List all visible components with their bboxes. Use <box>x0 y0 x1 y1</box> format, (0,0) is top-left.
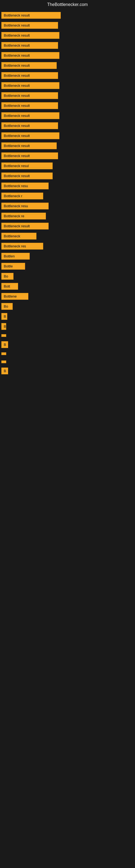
list-item: Bottleneck result <box>1 32 134 39</box>
bottleneck-result-label: Bottleneck result <box>1 82 59 89</box>
list-item <box>1 333 134 338</box>
list-item: B <box>1 313 134 320</box>
list-item: Bottleneck result <box>1 82 134 89</box>
bottleneck-result-label: Bo <box>1 303 13 310</box>
bottleneck-result-label: Bottlene <box>1 293 28 300</box>
list-item: Bottleneck result <box>1 42 134 49</box>
list-item: B <box>1 368 134 374</box>
bottleneck-result-label: Bottleneck result <box>1 62 57 69</box>
list-item: Bottlen <box>1 253 134 259</box>
bottleneck-result-label: Bottle <box>1 263 25 270</box>
bottleneck-result-label: Bottleneck r <box>1 193 43 199</box>
bottleneck-result-label: Bottleneck result <box>1 42 58 49</box>
bottleneck-result-label: Bottleneck result <box>1 223 49 229</box>
list-item: Bottleneck resul <box>1 162 134 169</box>
bottleneck-result-label: Bott <box>1 283 18 290</box>
bottleneck-result-label: Bottlen <box>1 253 30 259</box>
bottleneck-result-label: Bottleneck resu <box>1 203 49 209</box>
bottleneck-result-label: Bottleneck resul <box>1 162 53 169</box>
bottleneck-result-label: Bottleneck result <box>1 12 61 19</box>
list-item: Bottleneck res <box>1 243 134 250</box>
bottleneck-result-label: B <box>1 341 8 348</box>
bottleneck-result-label <box>1 361 6 363</box>
bottleneck-result-label: Bottleneck re <box>1 213 46 219</box>
bottleneck-result-label: Bottleneck result <box>1 92 58 99</box>
bottleneck-result-label: B <box>1 368 8 374</box>
list-item: Bo <box>1 273 134 280</box>
bottleneck-result-label: B <box>1 323 6 330</box>
list-item: B <box>1 341 134 348</box>
bottleneck-result-label: Bottleneck result <box>1 112 59 119</box>
bottleneck-result-label: Bottleneck <box>1 233 37 240</box>
list-item: Bottleneck result <box>1 112 134 119</box>
list-item: Bottleneck resu <box>1 203 134 209</box>
list-item: Bottleneck result <box>1 122 134 129</box>
list-item: Bottleneck result <box>1 62 134 69</box>
list-item: Bottleneck result <box>1 22 134 29</box>
list-item <box>1 351 134 356</box>
list-item: Bo <box>1 303 134 310</box>
list-item: B <box>1 323 134 330</box>
bottleneck-result-label <box>1 334 6 337</box>
list-item <box>1 360 134 364</box>
list-item: Bottleneck result <box>1 143 134 149</box>
bottleneck-result-label: Bottleneck resu <box>1 183 49 189</box>
list-item: Bottleneck result <box>1 223 134 229</box>
bottleneck-result-label: Bottleneck result <box>1 72 58 79</box>
list-item: Bottleneck result <box>1 173 134 179</box>
list-item: Bottleneck result <box>1 12 134 19</box>
bottleneck-result-label: Bottleneck result <box>1 152 58 159</box>
bottleneck-result-label <box>1 352 6 355</box>
bottleneck-result-label: Bottleneck result <box>1 122 58 129</box>
list-item: Bottle <box>1 263 134 270</box>
bottleneck-result-label: Bo <box>1 273 13 280</box>
list-item: Bottleneck result <box>1 72 134 79</box>
bottleneck-result-label: Bottleneck result <box>1 22 58 29</box>
list-item: Bottleneck resu <box>1 183 134 189</box>
list-item: Bottlene <box>1 293 134 300</box>
bottleneck-result-label: Bottleneck result <box>1 102 58 109</box>
list-item: Bott <box>1 283 134 290</box>
list-item: Bottleneck r <box>1 193 134 199</box>
list-item: Bottleneck re <box>1 213 134 219</box>
bottleneck-result-label: Bottleneck result <box>1 32 59 39</box>
site-title: TheBottlenecker.com <box>0 0 135 9</box>
bottleneck-result-label: Bottleneck res <box>1 243 43 250</box>
list-item: Bottleneck result <box>1 92 134 99</box>
bottleneck-result-label: Bottleneck result <box>1 132 59 139</box>
bottleneck-result-label: B <box>1 313 7 320</box>
list-item: Bottleneck result <box>1 52 134 59</box>
bottleneck-result-label: Bottleneck result <box>1 173 53 179</box>
results-container: Bottleneck resultBottleneck resultBottle… <box>0 9 135 380</box>
list-item: Bottleneck result <box>1 132 134 139</box>
list-item: Bottleneck <box>1 233 134 240</box>
bottleneck-result-label: Bottleneck result <box>1 52 59 59</box>
list-item: Bottleneck result <box>1 152 134 159</box>
list-item: Bottleneck result <box>1 102 134 109</box>
bottleneck-result-label: Bottleneck result <box>1 143 57 149</box>
